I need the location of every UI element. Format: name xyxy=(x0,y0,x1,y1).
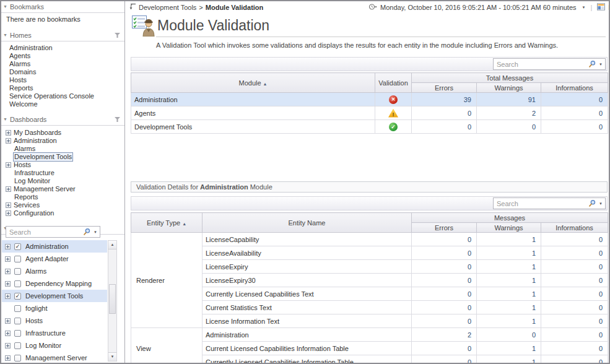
table-row-agents[interactable]: Agents ! 0 2 0 xyxy=(131,106,608,120)
column-header-errors[interactable]: Errors xyxy=(412,223,477,233)
dashboard-item-hosts[interactable]: Hosts xyxy=(1,161,124,169)
checkbox-unchecked[interactable] xyxy=(14,342,21,349)
dashboard-item-label-selected[interactable]: Development Tools xyxy=(13,152,73,162)
module-item-administration[interactable]: ✓ Administration xyxy=(2,240,107,253)
module-item-agent-adapter[interactable]: Agent Adapter xyxy=(2,253,107,265)
expand-icon[interactable] xyxy=(5,293,11,299)
column-header-errors[interactable]: Errors xyxy=(412,83,477,93)
collapse-icon[interactable]: ▼ xyxy=(3,33,7,37)
sidebar-item-service-operations-console[interactable]: Service Operations Console xyxy=(1,92,124,100)
checkbox-checked[interactable]: ✓ xyxy=(14,293,21,300)
column-header-module[interactable]: Module▲ xyxy=(131,73,375,93)
reports-icon[interactable] xyxy=(597,3,605,12)
expand-icon[interactable] xyxy=(5,256,11,262)
column-header-entity-name[interactable]: Entity Name xyxy=(203,213,412,233)
table-row[interactable]: Renderer LicenseCapability 0 1 0 xyxy=(131,233,608,246)
expand-icon[interactable] xyxy=(6,130,11,136)
checkbox-unchecked[interactable] xyxy=(14,330,21,337)
search-icon[interactable] xyxy=(588,60,596,68)
time-range-caret-icon[interactable]: ▼ xyxy=(582,6,586,9)
dashboard-item-services[interactable]: Services xyxy=(1,201,124,209)
section-bookmarks[interactable]: ▼ Bookmarks xyxy=(1,2,124,13)
table-row[interactable]: Currently Licensed Capabilities Informat… xyxy=(131,355,608,363)
expand-icon[interactable] xyxy=(5,331,11,336)
dashboard-item-log-monitor[interactable]: Log Monitor xyxy=(1,177,124,185)
search-icon[interactable] xyxy=(83,228,91,236)
expand-icon[interactable] xyxy=(5,343,11,349)
filter-icon[interactable] xyxy=(115,33,120,38)
module-item-management-server[interactable]: Management Server xyxy=(2,352,107,363)
scrollbar-thumb[interactable] xyxy=(109,284,116,314)
dashboard-item-development-tools[interactable]: Development Tools xyxy=(1,153,124,161)
section-homes[interactable]: ▼ Homes xyxy=(1,30,124,41)
column-header-validation[interactable]: Validation xyxy=(375,73,412,93)
checkbox-unchecked[interactable] xyxy=(14,305,21,312)
dashboard-item-management-server[interactable]: Management Server xyxy=(1,185,124,193)
time-range-label[interactable]: Monday, October 10, 2016 9:05:21 AM - 10… xyxy=(380,4,577,11)
search-options-caret-icon[interactable]: ▼ xyxy=(94,230,97,234)
parent-dashboard-icon[interactable] xyxy=(129,3,136,11)
expand-icon[interactable] xyxy=(6,162,11,168)
sidebar-item-alarms[interactable]: Alarms xyxy=(1,60,124,68)
checkbox-checked[interactable]: ✓ xyxy=(14,243,21,250)
column-header-informations[interactable]: Informations xyxy=(541,83,608,93)
table-row-administration[interactable]: Administration ✕ 39 91 0 xyxy=(131,93,608,106)
checkbox-unchecked[interactable] xyxy=(14,268,21,275)
search-options-caret-icon[interactable]: ▼ xyxy=(599,202,603,206)
expand-icon[interactable] xyxy=(6,186,11,192)
table-row[interactable]: Current Statistics Text 0 1 0 xyxy=(131,301,608,314)
scroll-up-icon[interactable]: ▲ xyxy=(108,241,116,249)
module-item-development-tools[interactable]: ✓ Development Tools xyxy=(2,290,107,302)
section-dashboards[interactable]: ▼ Dashboards xyxy=(1,115,124,126)
sidebar-item-agents[interactable]: Agents xyxy=(1,52,124,60)
search-input[interactable] xyxy=(497,200,588,207)
filter-icon[interactable] xyxy=(115,117,120,122)
table-row[interactable]: License Information Text 0 1 0 xyxy=(131,314,608,328)
expand-icon[interactable] xyxy=(5,244,11,249)
module-item-infrastructure[interactable]: Infrastructure xyxy=(2,327,107,339)
table-row-development-tools[interactable]: Development Tools ✓ 0 0 0 xyxy=(131,120,608,134)
expand-icon[interactable] xyxy=(5,281,11,287)
table-row[interactable]: Currently Licensed Capabilities Text 0 1… xyxy=(131,287,608,301)
expand-icon[interactable] xyxy=(5,318,11,324)
sidebar-item-reports[interactable]: Reports xyxy=(1,84,124,92)
checkbox-unchecked[interactable] xyxy=(14,280,21,287)
table-row[interactable]: View Administration 2 0 0 xyxy=(131,328,608,342)
module-item-dependency-mapping[interactable]: Dependency Mapping xyxy=(2,277,107,290)
collapse-icon[interactable]: ▼ xyxy=(3,117,7,121)
scroll-down-icon[interactable]: ▼ xyxy=(108,352,116,361)
reports-link[interactable]: Reports xyxy=(608,4,609,11)
time-range-icon[interactable] xyxy=(368,3,377,12)
search-icon[interactable] xyxy=(588,199,596,207)
search-input[interactable] xyxy=(9,228,83,236)
checkbox-unchecked[interactable] xyxy=(14,318,21,324)
sidebar-item-administration[interactable]: Administration xyxy=(1,44,124,52)
module-selector-scrollbar[interactable]: ▲ ▼ xyxy=(108,240,117,362)
module-item-log-monitor[interactable]: Log Monitor xyxy=(2,339,107,352)
table-row[interactable]: Current Licensed Capabilities Informatio… xyxy=(131,342,608,355)
collapse-icon[interactable]: ▼ xyxy=(3,4,7,9)
sidebar-item-welcome[interactable]: Welcome xyxy=(1,100,124,108)
dashboard-item-administration[interactable]: Administration xyxy=(1,137,124,145)
expand-icon[interactable] xyxy=(6,202,11,208)
column-header-warnings[interactable]: Warnings xyxy=(477,223,541,233)
expand-icon[interactable] xyxy=(5,355,11,361)
search-options-caret-icon[interactable]: ▼ xyxy=(599,63,603,66)
dashboard-item-infrastructure[interactable]: Infrastructure xyxy=(1,169,124,177)
module-item-alarms[interactable]: Alarms xyxy=(2,265,107,277)
expand-icon[interactable] xyxy=(5,269,11,274)
sidebar-item-domains[interactable]: Domains xyxy=(1,68,124,76)
column-header-informations[interactable]: Informations xyxy=(541,223,608,233)
breadcrumb-parent[interactable]: Development Tools xyxy=(139,4,196,11)
dashboard-item-my-dashboards[interactable]: My Dashboards xyxy=(1,129,124,137)
column-header-warnings[interactable]: Warnings xyxy=(477,83,541,93)
dashboard-item-configuration[interactable]: Configuration xyxy=(1,209,124,217)
checkbox-unchecked[interactable] xyxy=(14,355,21,362)
expand-icon[interactable] xyxy=(6,138,11,144)
table-row[interactable]: LicenseExpiry30 0 1 0 xyxy=(131,274,608,287)
column-header-entity-type[interactable]: Entity Type▲ xyxy=(131,213,203,233)
module-item-foglight[interactable]: foglight xyxy=(2,302,107,314)
module-item-hosts[interactable]: Hosts xyxy=(2,314,107,327)
dashboard-item-reports[interactable]: Reports xyxy=(1,193,124,201)
checkbox-unchecked[interactable] xyxy=(14,256,21,262)
